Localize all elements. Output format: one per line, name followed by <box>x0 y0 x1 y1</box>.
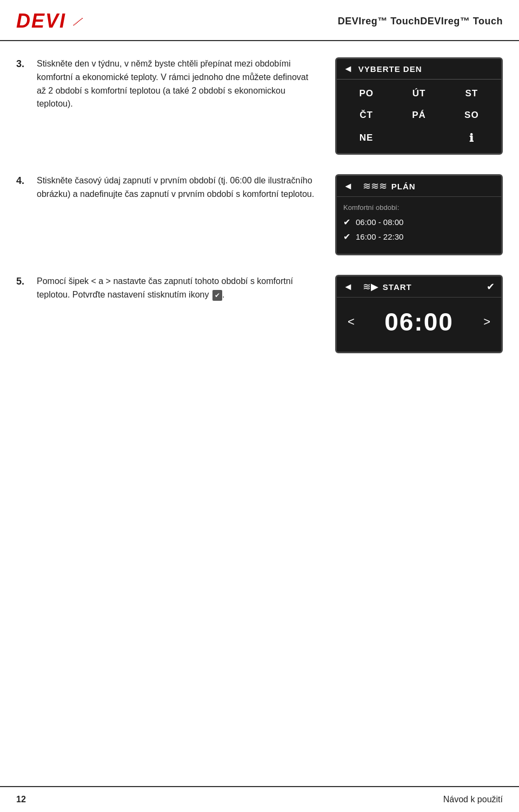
right-arrow-button[interactable]: > <box>483 315 490 329</box>
screen-4-content: Komfortní období: ✔ 06:00 - 08:00 ✔ 16:0… <box>337 197 501 254</box>
footer-label: Návod k použití <box>443 795 503 804</box>
page-footer: 12 Návod k použití <box>0 786 519 812</box>
day-so[interactable]: SO <box>445 104 498 126</box>
day-pa[interactable]: PÁ <box>392 104 445 126</box>
day-ne[interactable]: NE <box>340 126 392 150</box>
header-title: DEVIreg™ TouchDEVIreg™ Touch <box>338 16 503 27</box>
step-4-text: Stiskněte časový údaj zapnutí v prvním o… <box>37 174 319 201</box>
step-3-screen: ◄ VYBERTE DEN PO ÚT ST ČT PÁ SO NE ℹ <box>335 57 503 155</box>
back-arrow-5-icon[interactable]: ◄ <box>343 281 353 293</box>
step-5-screen: ◄ ≋▶ START ✔ < 06:00 > <box>335 275 503 353</box>
page-header: DEVI ⟋ DEVIreg™ TouchDEVIreg™ Touch <box>0 0 519 41</box>
time-navigation-row: < 06:00 > <box>343 302 495 342</box>
check-1-icon: ✔ <box>343 217 350 227</box>
check-2-icon: ✔ <box>343 232 350 242</box>
screen-4-header: ◄ ≋≋≋ PLÁN <box>337 176 501 197</box>
screen-start: ◄ ≋▶ START ✔ < 06:00 > <box>335 275 503 353</box>
step-3-text: Stiskněte den v týdnu, v němž byste chtě… <box>37 57 319 111</box>
step-4-left: 4. Stiskněte časový údaj zapnutí v první… <box>16 174 319 201</box>
step-4-screen: ◄ ≋≋≋ PLÁN Komfortní období: ✔ 06:00 - 0… <box>335 174 503 255</box>
days-grid: PO ÚT ST ČT PÁ SO NE ℹ <box>337 80 501 153</box>
info-icon[interactable]: ℹ <box>445 126 498 150</box>
screen-3-header: ◄ VYBERTE DEN <box>337 59 501 80</box>
step-5-left: 5. Pomocí šipek < a > nastavte čas zapnu… <box>16 275 319 302</box>
logo-text: DEVI <box>16 10 66 32</box>
day-ut[interactable]: ÚT <box>392 83 445 104</box>
heating-icon-5: ≋▶ <box>363 281 378 293</box>
period-1-time: 06:00 - 08:00 <box>356 217 403 227</box>
page-number: 12 <box>16 795 26 804</box>
step-5-row: 5. Pomocí šipek < a > nastavte čas zapnu… <box>16 275 503 353</box>
screen-4-subtitle: Komfortní období: <box>343 201 495 212</box>
current-time-display: 06:00 <box>384 307 454 336</box>
step-4-row: 4. Stiskněte časový údaj zapnutí v první… <box>16 174 503 255</box>
step-5-text: Pomocí šipek < a > nastavte čas zapnutí … <box>37 275 319 302</box>
back-arrow-4-icon[interactable]: ◄ <box>343 181 353 192</box>
heating-icon-4: ≋≋≋ <box>363 180 387 192</box>
screen-5-content: < 06:00 > <box>337 298 501 352</box>
logo-swoosh: ⟋ <box>69 12 84 30</box>
step-3-number: 3. <box>16 57 31 70</box>
step-5-number: 5. <box>16 275 31 287</box>
logo: DEVI ⟋ <box>16 10 84 32</box>
screen-5-title: START <box>383 282 412 292</box>
left-arrow-button[interactable]: < <box>348 315 355 329</box>
inline-check-icon: ✔ <box>212 290 222 301</box>
day-ct[interactable]: ČT <box>340 104 392 126</box>
period-1-row[interactable]: ✔ 06:00 - 08:00 <box>343 217 495 227</box>
screen-5-header-left: ◄ ≋▶ START <box>343 281 412 293</box>
step-3-left: 3. Stiskněte den v týdnu, v němž byste c… <box>16 57 319 111</box>
screen-3-title: VYBERTE DEN <box>358 64 422 74</box>
screen-5-header: ◄ ≋▶ START ✔ <box>337 276 501 298</box>
main-content: 3. Stiskněte den v týdnu, v němž byste c… <box>0 41 519 353</box>
check-right-icon[interactable]: ✔ <box>487 281 495 293</box>
day-po[interactable]: PO <box>340 83 392 104</box>
screen-plan: ◄ ≋≋≋ PLÁN Komfortní období: ✔ 06:00 - 0… <box>335 174 503 255</box>
day-st[interactable]: ST <box>445 83 498 104</box>
step-3-row: 3. Stiskněte den v týdnu, v němž byste c… <box>16 57 503 155</box>
period-2-row[interactable]: ✔ 16:00 - 22:30 <box>343 232 495 242</box>
step-4-number: 4. <box>16 174 31 187</box>
day-empty <box>392 126 445 150</box>
back-arrow-icon[interactable]: ◄ <box>343 63 353 75</box>
screen-vyberte-den: ◄ VYBERTE DEN PO ÚT ST ČT PÁ SO NE ℹ <box>335 57 503 155</box>
screen-4-header-left: ◄ ≋≋≋ PLÁN <box>343 180 416 192</box>
period-2-time: 16:00 - 22:30 <box>356 232 403 241</box>
screen-4-title: PLÁN <box>391 182 416 191</box>
